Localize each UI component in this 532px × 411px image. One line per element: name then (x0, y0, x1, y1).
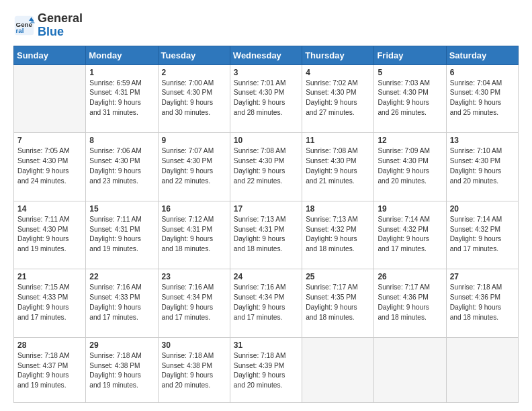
calendar-cell: 29Sunrise: 7:18 AMSunset: 4:38 PMDayligh… (86, 337, 158, 402)
calendar-cell: 20Sunrise: 7:14 AMSunset: 4:32 PMDayligh… (446, 201, 518, 269)
calendar-cell: 4Sunrise: 7:02 AMSunset: 4:30 PMDaylight… (302, 64, 374, 133)
day-number: 9 (162, 136, 226, 145)
day-number: 5 (378, 68, 442, 77)
day-content: Sunrise: 7:18 AMSunset: 4:36 PMDaylight:… (450, 283, 515, 322)
weekday-header-friday: Friday (374, 46, 446, 64)
weekday-header-thursday: Thursday (302, 46, 374, 64)
calendar-week-2: 7Sunrise: 7:05 AMSunset: 4:30 PMDaylight… (14, 133, 519, 201)
day-number: 29 (89, 340, 154, 350)
day-content: Sunrise: 6:59 AMSunset: 4:31 PMDaylight:… (89, 79, 154, 118)
day-number: 28 (17, 340, 82, 350)
day-number: 24 (234, 272, 298, 281)
calendar-cell: 22Sunrise: 7:16 AMSunset: 4:33 PMDayligh… (86, 269, 158, 338)
calendar-cell (446, 337, 518, 402)
day-number: 22 (89, 272, 154, 281)
day-content: Sunrise: 7:17 AMSunset: 4:35 PMDaylight:… (306, 283, 370, 322)
calendar-cell: 6Sunrise: 7:04 AMSunset: 4:30 PMDaylight… (446, 64, 518, 133)
day-number: 17 (234, 204, 298, 214)
day-number: 6 (450, 68, 515, 77)
day-content: Sunrise: 7:18 AMSunset: 4:38 PMDaylight:… (162, 351, 226, 391)
day-content: Sunrise: 7:07 AMSunset: 4:30 PMDaylight:… (162, 146, 226, 186)
day-content: Sunrise: 7:10 AMSunset: 4:30 PMDaylight:… (450, 146, 515, 186)
day-content: Sunrise: 7:01 AMSunset: 4:30 PMDaylight:… (234, 79, 298, 118)
weekday-header-tuesday: Tuesday (158, 46, 230, 64)
day-content: Sunrise: 7:11 AMSunset: 4:31 PMDaylight:… (89, 215, 154, 255)
calendar-cell: 26Sunrise: 7:17 AMSunset: 4:36 PMDayligh… (374, 269, 446, 338)
day-content: Sunrise: 7:02 AMSunset: 4:30 PMDaylight:… (306, 79, 370, 118)
day-number: 23 (162, 272, 226, 281)
day-number: 25 (306, 272, 370, 281)
calendar-cell: 2Sunrise: 7:00 AMSunset: 4:30 PMDaylight… (158, 64, 230, 133)
calendar-cell: 23Sunrise: 7:16 AMSunset: 4:34 PMDayligh… (158, 269, 230, 338)
day-number: 3 (234, 68, 298, 77)
calendar-cell: 8Sunrise: 7:06 AMSunset: 4:30 PMDaylight… (86, 133, 158, 201)
day-content: Sunrise: 7:06 AMSunset: 4:30 PMDaylight:… (89, 146, 154, 186)
calendar-header-row: SundayMondayTuesdayWednesdayThursdayFrid… (14, 46, 519, 64)
day-content: Sunrise: 7:18 AMSunset: 4:39 PMDaylight:… (234, 351, 298, 391)
day-content: Sunrise: 7:08 AMSunset: 4:30 PMDaylight:… (306, 146, 370, 186)
day-content: Sunrise: 7:00 AMSunset: 4:30 PMDaylight:… (162, 79, 226, 118)
day-content: Sunrise: 7:14 AMSunset: 4:32 PMDaylight:… (378, 215, 442, 255)
day-number: 13 (450, 136, 515, 145)
day-content: Sunrise: 7:05 AMSunset: 4:30 PMDaylight:… (17, 146, 82, 186)
calendar-cell: 1Sunrise: 6:59 AMSunset: 4:31 PMDaylight… (86, 64, 158, 133)
calendar-cell: 24Sunrise: 7:16 AMSunset: 4:34 PMDayligh… (230, 269, 302, 338)
calendar-cell: 21Sunrise: 7:15 AMSunset: 4:33 PMDayligh… (14, 269, 86, 338)
calendar-cell: 19Sunrise: 7:14 AMSunset: 4:32 PMDayligh… (374, 201, 446, 269)
weekday-header-monday: Monday (86, 46, 158, 64)
day-number: 14 (17, 204, 82, 214)
day-number: 11 (306, 136, 370, 145)
calendar-table: SundayMondayTuesdayWednesdayThursdayFrid… (13, 46, 519, 403)
day-content: Sunrise: 7:12 AMSunset: 4:31 PMDaylight:… (162, 215, 226, 255)
header: Gene ral General Blue (13, 12, 519, 39)
day-content: Sunrise: 7:03 AMSunset: 4:30 PMDaylight:… (378, 79, 442, 118)
day-number: 31 (234, 340, 298, 350)
day-number: 2 (162, 68, 226, 77)
logo-text: General Blue (38, 12, 83, 39)
logo: Gene ral General Blue (13, 12, 83, 39)
day-content: Sunrise: 7:08 AMSunset: 4:30 PMDaylight:… (234, 146, 298, 186)
day-number: 10 (234, 136, 298, 145)
calendar-cell: 7Sunrise: 7:05 AMSunset: 4:30 PMDaylight… (14, 133, 86, 201)
day-content: Sunrise: 7:18 AMSunset: 4:38 PMDaylight:… (89, 351, 154, 391)
day-content: Sunrise: 7:15 AMSunset: 4:33 PMDaylight:… (17, 283, 82, 322)
calendar-cell: 14Sunrise: 7:11 AMSunset: 4:30 PMDayligh… (14, 201, 86, 269)
day-number: 1 (89, 68, 154, 77)
day-number: 16 (162, 204, 226, 214)
day-content: Sunrise: 7:14 AMSunset: 4:32 PMDaylight:… (450, 215, 515, 255)
day-content: Sunrise: 7:09 AMSunset: 4:30 PMDaylight:… (378, 146, 442, 186)
calendar-cell: 5Sunrise: 7:03 AMSunset: 4:30 PMDaylight… (374, 64, 446, 133)
calendar-cell: 28Sunrise: 7:18 AMSunset: 4:37 PMDayligh… (14, 337, 86, 402)
day-content: Sunrise: 7:16 AMSunset: 4:33 PMDaylight:… (89, 283, 154, 322)
calendar-cell: 15Sunrise: 7:11 AMSunset: 4:31 PMDayligh… (86, 201, 158, 269)
calendar-cell (14, 64, 86, 133)
calendar-cell: 10Sunrise: 7:08 AMSunset: 4:30 PMDayligh… (230, 133, 302, 201)
day-content: Sunrise: 7:11 AMSunset: 4:30 PMDaylight:… (17, 215, 82, 255)
calendar-cell: 11Sunrise: 7:08 AMSunset: 4:30 PMDayligh… (302, 133, 374, 201)
day-number: 21 (17, 272, 82, 281)
day-number: 26 (378, 272, 442, 281)
day-content: Sunrise: 7:18 AMSunset: 4:37 PMDaylight:… (17, 351, 82, 391)
day-number: 7 (17, 136, 82, 145)
logo-general: General (38, 11, 83, 25)
page: Gene ral General Blue SundayMondayTuesda… (0, 0, 532, 411)
day-number: 30 (162, 340, 226, 350)
calendar-cell: 31Sunrise: 7:18 AMSunset: 4:39 PMDayligh… (230, 337, 302, 402)
calendar-week-5: 28Sunrise: 7:18 AMSunset: 4:37 PMDayligh… (14, 337, 519, 402)
day-content: Sunrise: 7:17 AMSunset: 4:36 PMDaylight:… (378, 283, 442, 322)
day-number: 20 (450, 204, 515, 214)
calendar-cell: 12Sunrise: 7:09 AMSunset: 4:30 PMDayligh… (374, 133, 446, 201)
logo-blue: Blue (38, 25, 64, 38)
day-content: Sunrise: 7:16 AMSunset: 4:34 PMDaylight:… (162, 283, 226, 322)
calendar-cell (374, 337, 446, 402)
day-content: Sunrise: 7:04 AMSunset: 4:30 PMDaylight:… (450, 79, 515, 118)
calendar-cell: 16Sunrise: 7:12 AMSunset: 4:31 PMDayligh… (158, 201, 230, 269)
svg-text:ral: ral (16, 26, 24, 34)
day-number: 19 (378, 204, 442, 214)
day-number: 12 (378, 136, 442, 145)
logo-icon: Gene ral (13, 15, 35, 36)
day-number: 15 (89, 204, 154, 214)
calendar-cell: 17Sunrise: 7:13 AMSunset: 4:31 PMDayligh… (230, 201, 302, 269)
day-number: 18 (306, 204, 370, 214)
calendar-cell: 18Sunrise: 7:13 AMSunset: 4:32 PMDayligh… (302, 201, 374, 269)
